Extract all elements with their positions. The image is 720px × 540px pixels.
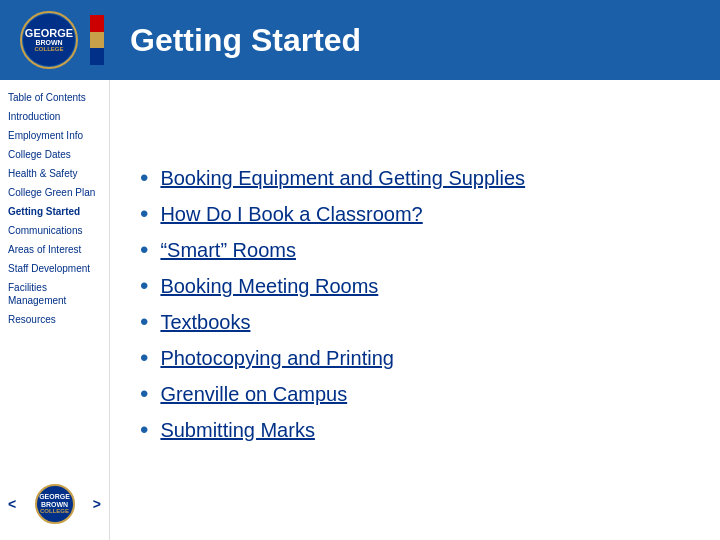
logo-text-gb: GEORGE: [25, 28, 73, 39]
list-item: •Textbooks: [140, 310, 690, 334]
bullet-dot-icon: •: [140, 418, 148, 442]
sidebar-item-6[interactable]: Getting Started: [0, 202, 109, 221]
sidebar-item-2[interactable]: Employment Info: [0, 126, 109, 145]
bullet-link-6[interactable]: Grenville on Campus: [160, 382, 347, 406]
sidebar-item-0[interactable]: Table of Contents: [0, 88, 109, 107]
bullet-dot-icon: •: [140, 238, 148, 262]
bullet-link-1[interactable]: How Do I Book a Classroom?: [160, 202, 422, 226]
sidebar: Table of ContentsIntroductionEmployment …: [0, 80, 110, 540]
sidebar-logo: GEORGE BROWN COLLEGE: [35, 484, 75, 524]
list-item: •How Do I Book a Classroom?: [140, 202, 690, 226]
logo-circle: GEORGE BROWN COLLEGE: [20, 11, 78, 69]
content-area: •Booking Equipment and Getting Supplies•…: [110, 80, 720, 540]
bullet-dot-icon: •: [140, 274, 148, 298]
sidebar-item-8[interactable]: Areas of Interest: [0, 240, 109, 259]
sidebar-item-3[interactable]: College Dates: [0, 145, 109, 164]
sidebar-item-9[interactable]: Staff Development: [0, 259, 109, 278]
logo-text-brown: BROWN: [35, 39, 62, 46]
sidebar-nav: < GEORGE BROWN COLLEGE >: [0, 476, 109, 532]
list-item: •Booking Meeting Rooms: [140, 274, 690, 298]
bullet-link-2[interactable]: “Smart” Rooms: [160, 238, 296, 262]
color-bars: [90, 15, 104, 65]
bullet-link-4[interactable]: Textbooks: [160, 310, 250, 334]
prev-nav-arrow[interactable]: <: [8, 496, 16, 512]
page-title: Getting Started: [130, 22, 361, 59]
list-item: •“Smart” Rooms: [140, 238, 690, 262]
sidebar-item-10[interactable]: Facilities Management: [0, 278, 109, 310]
sidebar-logo-text-college: COLLEGE: [40, 508, 69, 515]
logo-area: GEORGE BROWN COLLEGE: [20, 11, 104, 69]
bullet-list: •Booking Equipment and Getting Supplies•…: [140, 166, 690, 454]
list-item: •Grenville on Campus: [140, 382, 690, 406]
bar-gold: [90, 32, 104, 49]
bar-blue: [90, 48, 104, 65]
list-item: •Booking Equipment and Getting Supplies: [140, 166, 690, 190]
sidebar-item-4[interactable]: Health & Safety: [0, 164, 109, 183]
sidebar-item-11[interactable]: Resources: [0, 310, 109, 329]
sidebar-item-7[interactable]: Communications: [0, 221, 109, 240]
bullet-dot-icon: •: [140, 310, 148, 334]
bullet-link-3[interactable]: Booking Meeting Rooms: [160, 274, 378, 298]
sidebar-item-1[interactable]: Introduction: [0, 107, 109, 126]
logo-inner: GEORGE BROWN COLLEGE: [23, 14, 75, 66]
main-area: Table of ContentsIntroductionEmployment …: [0, 80, 720, 540]
bullet-link-7[interactable]: Submitting Marks: [160, 418, 315, 442]
list-item: •Submitting Marks: [140, 418, 690, 442]
sidebar-logo-text-brown: BROWN: [41, 501, 68, 509]
next-nav-arrow[interactable]: >: [93, 496, 101, 512]
sidebar-logo-text-gb: GEORGE: [39, 493, 70, 501]
bar-red: [90, 15, 104, 32]
list-item: •Photocopying and Printing: [140, 346, 690, 370]
header: GEORGE BROWN COLLEGE Getting Started: [0, 0, 720, 80]
bullet-dot-icon: •: [140, 166, 148, 190]
sidebar-item-5[interactable]: College Green Plan: [0, 183, 109, 202]
bullet-dot-icon: •: [140, 202, 148, 226]
bullet-link-0[interactable]: Booking Equipment and Getting Supplies: [160, 166, 525, 190]
bullet-dot-icon: •: [140, 346, 148, 370]
bullet-dot-icon: •: [140, 382, 148, 406]
logo-text-college: COLLEGE: [34, 46, 63, 52]
bullet-link-5[interactable]: Photocopying and Printing: [160, 346, 394, 370]
